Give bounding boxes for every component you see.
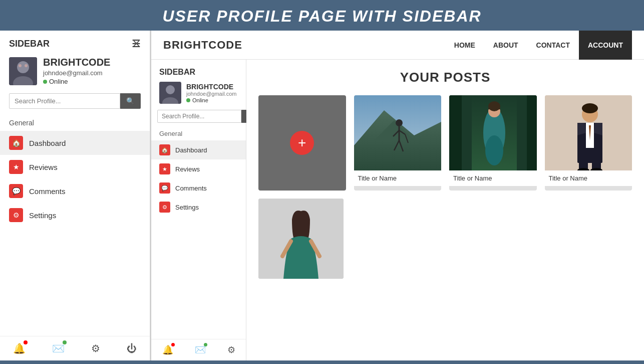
inner-dashboard-icon: 🏠: [159, 144, 170, 155]
svg-rect-20: [527, 95, 537, 170]
left-sidebar-title: SIDEBAR: [9, 39, 50, 49]
inner-user-details: BRIGHTCODE johndoe@gmail.com Online: [186, 83, 236, 103]
post-card-4[interactable]: Title or Name: [545, 95, 632, 191]
svg-rect-21: [462, 95, 472, 170]
topnav-contact[interactable]: CONTACT: [527, 31, 579, 60]
post-title-2: Title or Name: [354, 170, 442, 186]
avatar: [9, 57, 37, 85]
inner-message-badge: [204, 343, 207, 346]
left-search-input[interactable]: [9, 93, 120, 109]
left-nav-item-comments[interactable]: 💬 Comments: [0, 179, 150, 203]
inner-sidebar: SIDEBAR BRIGHTCODE johndoe@gmail.com: [151, 60, 246, 360]
svg-point-26: [488, 101, 500, 111]
topnav-account[interactable]: ACCOUNT: [579, 31, 632, 60]
left-nav-label-reviews: Reviews: [29, 163, 58, 171]
inner-email: johndoe@gmail.com: [186, 91, 236, 97]
notification-badge: [24, 340, 28, 344]
svg-point-25: [485, 135, 503, 165]
post-image-suit-man: [545, 95, 632, 170]
left-sidebar-user-info: BRIGHTCODE johndoe@gmail.com Online: [43, 57, 110, 85]
post-image-forest-woman: [449, 95, 537, 170]
inner-nav-item-comments[interactable]: 💬 Comments: [151, 178, 246, 198]
inner-brand-name: BRIGHTCODE: [186, 83, 236, 91]
post-image-hiker: [354, 95, 442, 170]
left-nav-items: 🏠 Dashboard ★ Reviews 💬 Comments ⚙ Setti…: [0, 131, 150, 336]
message-badge: [63, 340, 67, 344]
svg-point-1: [17, 61, 29, 73]
svg-point-11: [396, 119, 403, 126]
topnav: BRIGHTCODE HOME ABOUT CONTACT ACCOUNT: [151, 31, 644, 60]
svg-point-6: [166, 85, 175, 94]
svg-point-4: [25, 64, 28, 67]
left-nav-label-dashboard: Dashboard: [29, 139, 66, 147]
svg-point-3: [19, 64, 22, 67]
inner-nav-label-settings: Settings: [175, 204, 199, 211]
post-card-5[interactable]: [258, 199, 344, 279]
post-card-3[interactable]: Title or Name: [449, 95, 537, 191]
inner-bottom-bar: 🔔 ✉️ ⚙: [151, 339, 246, 360]
comments-icon: 💬: [9, 184, 23, 198]
left-nav-label-settings: Settings: [29, 211, 56, 220]
inner-nav-label-dashboard: Dashboard: [175, 146, 207, 154]
inner-nav-item-reviews[interactable]: ★ Reviews: [151, 159, 246, 178]
left-nav-label-comments: Comments: [29, 187, 66, 196]
svg-point-32: [582, 103, 598, 113]
svg-rect-19: [449, 95, 462, 170]
right-panel: BRIGHTCODE HOME ABOUT CONTACT ACCOUNT SI…: [150, 31, 644, 360]
posts-grid: +: [258, 95, 632, 191]
left-sidebar-header: SIDEBAR ☰ ✕: [0, 31, 150, 55]
gear-icon[interactable]: ⚙: [91, 342, 100, 354]
inner-status: Online: [186, 97, 236, 103]
left-sidebar: SIDEBAR ☰ ✕ BRIGHTCODE johndoe@gmail.com…: [0, 31, 150, 360]
left-general-label: General: [0, 117, 150, 131]
content-area: YOUR POSTS +: [246, 60, 644, 360]
inner-nav-item-dashboard[interactable]: 🏠 Dashboard: [151, 140, 246, 159]
post-title-3: Title or Name: [449, 170, 537, 186]
inner-bell-icon[interactable]: 🔔: [162, 344, 173, 355]
inner-general-label: General: [151, 129, 246, 140]
left-sidebar-email: johndoe@gmail.com: [43, 69, 110, 77]
left-sidebar-status: Online: [43, 78, 110, 85]
left-sidebar-bottom-bar: 🔔 ✉️ ⚙ ⏻: [0, 336, 150, 360]
inner-search-input[interactable]: [157, 110, 241, 123]
inner-avatar: [159, 82, 181, 104]
add-post-button[interactable]: +: [290, 131, 314, 155]
inner-sidebar-title: SIDEBAR: [151, 60, 246, 82]
left-search-button[interactable]: 🔍: [120, 93, 141, 109]
inner-online-dot: [186, 98, 190, 102]
post-card-2[interactable]: Title or Name: [354, 95, 442, 191]
inner-nav-label-comments: Comments: [175, 185, 207, 192]
left-nav-item-settings[interactable]: ⚙ Settings: [0, 203, 150, 227]
left-sidebar-brand-name: BRIGHTCODE: [43, 57, 110, 68]
inner-nav-item-settings[interactable]: ⚙ Settings: [151, 198, 246, 217]
inner-gear-icon[interactable]: ⚙: [227, 344, 235, 355]
main-layout: SIDEBAR ☰ ✕ BRIGHTCODE johndoe@gmail.com…: [0, 31, 644, 360]
inner-comments-icon: 💬: [159, 183, 170, 194]
close-icon[interactable]: ✕: [132, 38, 141, 50]
banner-title: USER PROFILE PAGE WITH SIDEBAR: [162, 7, 481, 25]
topnav-links: HOME ABOUT CONTACT ACCOUNT: [445, 31, 632, 60]
power-icon[interactable]: ⏻: [127, 343, 137, 354]
page-banner: USER PROFILE PAGE WITH SIDEBAR: [0, 0, 644, 31]
svg-rect-22: [517, 95, 527, 170]
left-nav-item-dashboard[interactable]: 🏠 Dashboard: [0, 131, 150, 155]
add-post-card[interactable]: +: [258, 95, 346, 191]
topnav-about[interactable]: ABOUT: [484, 31, 527, 60]
left-nav-item-reviews[interactable]: ★ Reviews: [0, 155, 150, 179]
settings-icon: ⚙: [9, 208, 23, 222]
add-icon: +: [298, 135, 306, 151]
left-sidebar-search: 🔍: [9, 93, 141, 109]
inner-message-icon[interactable]: ✉️: [195, 344, 206, 355]
inner-reviews-icon: ★: [159, 163, 170, 174]
notification-bell-icon[interactable]: 🔔: [13, 342, 26, 354]
inner-sidebar-search: 🔍: [157, 110, 240, 123]
inner-notification-badge: [171, 343, 175, 346]
inner-settings-icon: ⚙: [159, 202, 170, 213]
posts-row-2: [258, 199, 632, 281]
inner-sidebar-user-info: BRIGHTCODE johndoe@gmail.com Online: [151, 82, 246, 110]
topnav-home[interactable]: HOME: [445, 31, 484, 60]
online-indicator: [43, 80, 47, 84]
section-title: YOUR POSTS: [258, 70, 632, 85]
message-icon[interactable]: ✉️: [52, 342, 65, 354]
left-sidebar-user-row: BRIGHTCODE johndoe@gmail.com Online: [0, 55, 150, 93]
